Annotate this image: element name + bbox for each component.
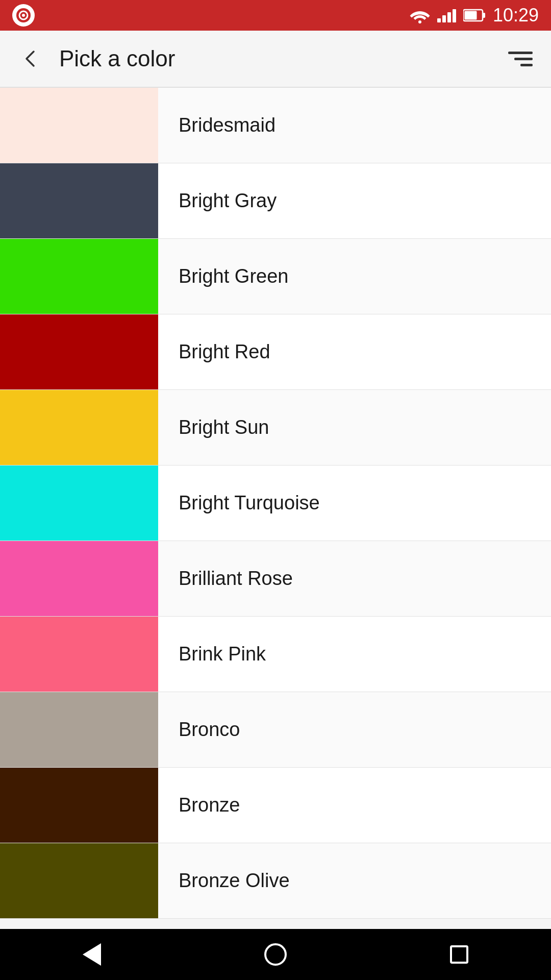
color-name: Bridesmaid <box>158 88 551 163</box>
color-swatch <box>0 163 158 238</box>
wifi-icon <box>410 7 430 23</box>
status-bar: 10:29 <box>0 0 551 31</box>
signal-icon <box>437 8 456 22</box>
color-item[interactable]: Bright Red <box>0 314 551 390</box>
color-name: Bright Sun <box>158 390 551 465</box>
color-swatch <box>0 541 158 616</box>
status-bar-left <box>12 4 35 27</box>
color-swatch <box>0 390 158 465</box>
status-bar-right: 10:29 <box>410 5 539 26</box>
color-name: Bronco <box>158 692 551 767</box>
nav-home-icon <box>264 943 287 966</box>
color-item[interactable]: Bright Turquoise <box>0 465 551 541</box>
page-title: Pick a color <box>59 46 175 71</box>
nav-recent-button[interactable] <box>439 934 480 975</box>
nav-home-button[interactable] <box>255 934 296 975</box>
back-button[interactable] <box>16 44 45 73</box>
app-bar-left: Pick a color <box>16 44 175 73</box>
status-time: 10:29 <box>493 5 539 26</box>
app-bar: Pick a color <box>0 31 551 88</box>
color-swatch <box>0 88 158 163</box>
nav-recent-icon <box>450 945 468 964</box>
svg-rect-5 <box>483 13 485 18</box>
color-name: Bronze Olive <box>158 843 551 918</box>
color-name: Bronze <box>158 768 551 843</box>
svg-point-1 <box>22 14 25 17</box>
nav-bar <box>0 929 551 980</box>
color-name: Brink Pink <box>158 617 551 692</box>
color-name: Bright Gray <box>158 163 551 238</box>
color-name: Brilliant Rose <box>158 541 551 616</box>
color-item[interactable]: Brilliant Rose <box>0 541 551 617</box>
nav-back-button[interactable] <box>71 934 112 975</box>
color-swatch <box>0 314 158 389</box>
color-swatch <box>0 768 158 843</box>
app-icon-inner <box>16 8 31 22</box>
color-item[interactable]: Brink Pink <box>0 617 551 692</box>
color-item[interactable]: Bright Gray <box>0 163 551 239</box>
color-item[interactable]: Bronze Olive <box>0 843 551 919</box>
app-icon <box>12 4 35 27</box>
filter-icon <box>508 52 533 66</box>
color-swatch <box>0 617 158 692</box>
color-swatch <box>0 692 158 767</box>
color-list: BridesmaidBright GrayBright GreenBright … <box>0 88 551 929</box>
nav-back-icon <box>83 943 101 966</box>
battery-icon <box>463 9 486 22</box>
color-item[interactable]: Bridesmaid <box>0 88 551 163</box>
color-name: Bright Green <box>158 239 551 314</box>
filter-button[interactable] <box>506 44 535 73</box>
svg-rect-4 <box>464 11 477 20</box>
svg-point-2 <box>418 20 421 23</box>
color-name: Bright Turquoise <box>158 465 551 541</box>
color-swatch <box>0 465 158 541</box>
color-swatch <box>0 239 158 314</box>
color-item[interactable]: Bright Green <box>0 239 551 314</box>
color-swatch <box>0 843 158 918</box>
color-name: Bright Red <box>158 314 551 389</box>
color-item[interactable]: Bronco <box>0 692 551 768</box>
color-item[interactable]: Bright Sun <box>0 390 551 465</box>
color-item[interactable]: Bronze <box>0 768 551 843</box>
